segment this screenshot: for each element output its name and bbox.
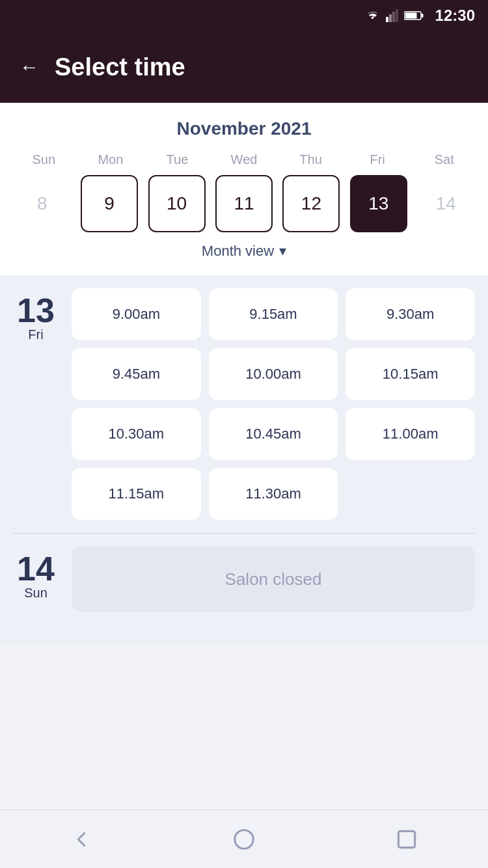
day-14-number: 14 <box>17 552 55 586</box>
timeslot-10-30am[interactable]: 10.30am <box>72 408 201 460</box>
page-title: Select time <box>55 53 185 81</box>
date-12[interactable]: 12 <box>282 175 340 232</box>
svg-rect-5 <box>421 14 423 18</box>
date-9[interactable]: 9 <box>81 175 138 232</box>
signal-icon <box>386 9 399 22</box>
day-14-name: Sun <box>24 586 47 601</box>
month-year-label: November 2021 <box>10 118 478 139</box>
weekday-sun: Sun <box>10 152 77 167</box>
day-13-label: 13 Fri <box>13 288 59 520</box>
weekday-row: Sun Mon Tue Wed Thu Fri Sat <box>10 152 478 167</box>
date-14[interactable]: 14 <box>417 175 474 232</box>
date-row: 8 9 10 11 12 13 14 <box>10 175 478 232</box>
date-13[interactable]: 13 <box>350 175 407 232</box>
nav-back-button[interactable] <box>62 820 101 859</box>
timeslot-9-45am[interactable]: 9.45am <box>72 348 201 400</box>
timeslot-11-15am[interactable]: 11.15am <box>72 468 201 520</box>
weekday-tue: Tue <box>144 152 211 167</box>
timeslot-11-30am[interactable]: 11.30am <box>209 468 338 520</box>
timeslot-10-00am[interactable]: 10.00am <box>209 348 338 400</box>
nav-recent-button[interactable] <box>387 820 426 859</box>
timeslot-10-45am[interactable]: 10.45am <box>209 408 338 460</box>
timeslots-section: 13 Fri 9.00am 9.15am 9.30am 9.45am 10.00… <box>0 275 488 644</box>
timeslot-grid-13: 9.00am 9.15am 9.30am 9.45am 10.00am 10.1… <box>72 288 475 520</box>
svg-rect-8 <box>398 831 414 847</box>
salon-closed-label: Salon closed <box>72 547 475 612</box>
recent-nav-icon <box>394 827 419 852</box>
weekday-thu: Thu <box>277 152 344 167</box>
app-header: ← Select time <box>0 31 488 103</box>
status-icons <box>365 9 424 22</box>
battery-icon <box>404 10 424 21</box>
nav-home-button[interactable] <box>224 820 264 859</box>
svg-rect-0 <box>386 17 388 22</box>
back-nav-icon <box>69 827 94 852</box>
timeslot-9-15am[interactable]: 9.15am <box>209 288 338 340</box>
svg-point-7 <box>235 830 254 848</box>
timeslot-11-00am[interactable]: 11.00am <box>346 408 475 460</box>
day-13-number: 13 <box>17 293 55 327</box>
timeslot-9-00am[interactable]: 9.00am <box>72 288 201 340</box>
wifi-icon <box>365 10 381 21</box>
month-view-toggle[interactable]: Month view ▾ <box>10 232 478 265</box>
svg-rect-2 <box>392 12 395 22</box>
date-11[interactable]: 11 <box>215 175 273 232</box>
date-8[interactable]: 8 <box>14 175 71 232</box>
timeslot-10-15am[interactable]: 10.15am <box>346 348 475 400</box>
weekday-fri: Fri <box>344 152 411 167</box>
section-divider <box>13 533 475 534</box>
svg-rect-1 <box>389 14 392 22</box>
day-13-block: 13 Fri 9.00am 9.15am 9.30am 9.45am 10.00… <box>13 288 475 520</box>
day-14-block: 14 Sun Salon closed <box>13 547 475 612</box>
day-14-label: 14 Sun <box>13 547 59 612</box>
svg-rect-6 <box>405 13 416 19</box>
weekday-wed: Wed <box>211 152 278 167</box>
weekday-mon: Mon <box>77 152 144 167</box>
timeslot-9-30am[interactable]: 9.30am <box>346 288 475 340</box>
home-nav-icon <box>232 827 256 852</box>
date-10[interactable]: 10 <box>148 175 206 232</box>
month-view-label: Month view <box>202 243 274 260</box>
calendar-section: November 2021 Sun Mon Tue Wed Thu Fri Sa… <box>0 103 488 275</box>
back-button[interactable]: ← <box>20 56 39 78</box>
chevron-down-icon: ▾ <box>279 243 286 260</box>
status-bar: 12:30 <box>0 0 488 31</box>
bottom-nav <box>0 809 488 868</box>
status-time: 12:30 <box>435 7 475 25</box>
weekday-sat: Sat <box>411 152 478 167</box>
day-13-name: Fri <box>28 327 43 342</box>
svg-rect-3 <box>396 9 398 22</box>
